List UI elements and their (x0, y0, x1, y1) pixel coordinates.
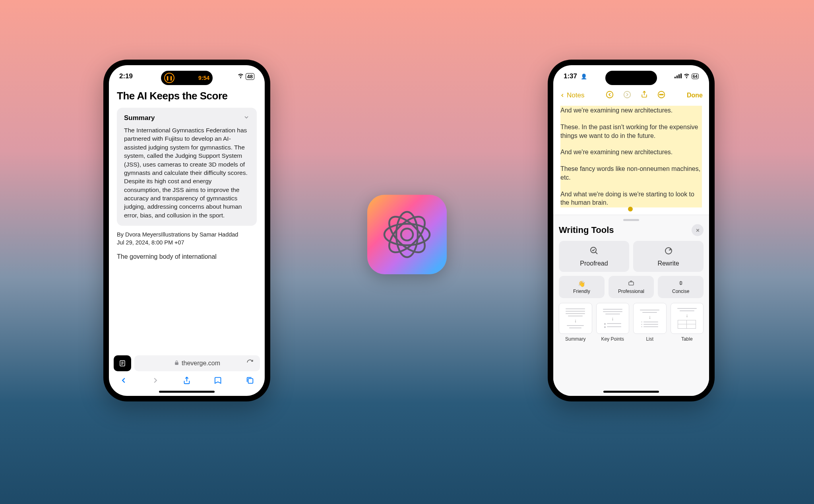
location-icon: 👤 (581, 74, 587, 79)
summary-text: The International Gymnastics Federation … (124, 126, 250, 219)
svg-rect-12 (678, 74, 680, 78)
summary-heading: Summary (124, 114, 155, 122)
home-indicator[interactable] (603, 391, 659, 393)
share-button[interactable] (640, 90, 648, 101)
back-button[interactable] (119, 376, 128, 387)
dynamic-island-time: 9:54 (198, 75, 209, 81)
redo-button[interactable] (623, 90, 632, 101)
back-to-notes-button[interactable]: Notes (560, 91, 584, 99)
svg-point-17 (659, 94, 660, 95)
home-indicator[interactable] (159, 391, 215, 393)
svg-point-14 (607, 91, 613, 98)
writing-tools-title: Writing Tools (559, 225, 614, 235)
summary-thumb-icon: ↓ (559, 303, 592, 334)
bookmarks-button[interactable] (214, 376, 223, 387)
safari-toolbar: theverge.com (109, 352, 265, 396)
close-button[interactable] (692, 224, 704, 236)
proofread-button[interactable]: Proofread (559, 241, 629, 272)
svg-point-7 (396, 212, 418, 257)
reader-mode-button[interactable] (114, 355, 131, 371)
keypoints-thumb-icon: ↓ (596, 303, 630, 334)
selected-text[interactable]: And we're examining new architectures. T… (560, 106, 702, 207)
wifi-icon (237, 72, 244, 81)
hand-wave-icon: 👋 (578, 280, 585, 287)
svg-rect-22 (629, 282, 634, 285)
forward-button[interactable] (151, 376, 160, 387)
lock-icon (174, 360, 179, 367)
wifi-icon (683, 72, 690, 81)
chevron-down-icon[interactable] (243, 114, 250, 122)
svg-point-21 (665, 248, 672, 254)
article-title: The AI Keeps the Score (117, 90, 257, 102)
svg-point-5 (384, 224, 430, 245)
professional-button[interactable]: Professional (609, 276, 654, 298)
dynamic-island[interactable] (605, 71, 657, 85)
phone-notes: 1:37 👤 64 Notes (548, 60, 715, 401)
compress-icon (678, 280, 684, 287)
svg-rect-10 (674, 77, 676, 78)
selection-handle[interactable] (628, 207, 633, 211)
share-button[interactable] (182, 376, 191, 387)
summary-card[interactable]: Summary The International Gymnastics Fed… (117, 108, 257, 226)
svg-rect-13 (680, 74, 682, 78)
status-time: 1:37 (564, 72, 577, 80)
status-time: 2:19 (119, 72, 147, 80)
svg-rect-4 (248, 378, 253, 383)
friendly-button[interactable]: 👋 Friendly (559, 276, 605, 298)
url-text: theverge.com (182, 360, 220, 367)
list-thumb-icon: ↓ (633, 303, 667, 334)
notes-nav-bar: Notes Done (553, 87, 709, 103)
table-format-button[interactable]: ↓ Table (671, 303, 704, 342)
rewrite-button[interactable]: Rewrite (633, 241, 704, 272)
apple-intelligence-icon (367, 195, 447, 274)
tabs-button[interactable] (246, 376, 254, 387)
concise-button[interactable]: Concise (658, 276, 704, 298)
magnify-check-icon (589, 246, 599, 258)
list-format-button[interactable]: ↓ List (633, 303, 667, 342)
svg-point-18 (661, 94, 662, 95)
cellular-icon (674, 72, 682, 80)
url-field[interactable]: theverge.com (134, 355, 260, 371)
done-button[interactable]: Done (687, 92, 703, 99)
svg-rect-11 (676, 76, 678, 78)
more-button[interactable] (657, 90, 666, 101)
table-thumb-icon: ↓ (671, 303, 704, 334)
svg-point-15 (624, 91, 631, 98)
svg-point-9 (401, 229, 413, 240)
svg-point-19 (663, 94, 663, 95)
undo-button[interactable] (605, 90, 614, 101)
dynamic-island[interactable]: ❚❚ 9:54 (161, 71, 213, 85)
phone-safari: ❚❚ 9:54 2:19 48 The AI Keeps the Score S… (103, 60, 270, 401)
reload-icon[interactable] (246, 359, 254, 368)
summary-format-button[interactable]: ↓ Summary (559, 303, 592, 342)
panel-grabber[interactable] (623, 219, 639, 221)
writing-tools-panel: Writing Tools Proofread Rewrite 👋 F (553, 215, 709, 396)
battery-icon: 48 (246, 73, 254, 80)
note-content[interactable]: And we're examining new architectures. T… (553, 103, 709, 215)
article-body-preview: The governing body of international (117, 252, 257, 261)
pause-icon: ❚❚ (164, 73, 174, 83)
keypoints-format-button[interactable]: ↓ Key Points (596, 303, 630, 342)
battery-icon: 64 (692, 74, 699, 79)
dateline: Jul 29, 2024, 8:00 PM +07 (117, 238, 257, 246)
byline: By Dvora MeyersIllustrations by Samar Ha… (117, 231, 257, 238)
briefcase-icon (628, 280, 634, 287)
arrow-cycle-icon (664, 246, 673, 258)
